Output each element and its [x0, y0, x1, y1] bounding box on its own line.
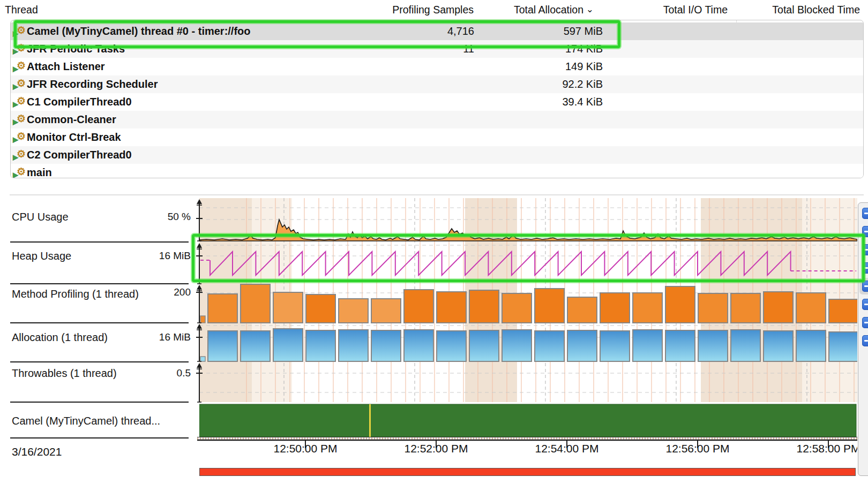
- method-profiling-bar[interactable]: [437, 292, 466, 323]
- axis-max-allocation: 16 MiB: [159, 331, 191, 343]
- method-profiling-bar[interactable]: [764, 292, 793, 323]
- method-profiling-bar[interactable]: [273, 292, 303, 323]
- method-profiling-bar[interactable]: [404, 290, 433, 323]
- axis-max-cpu: 50 %: [168, 211, 191, 223]
- time-axis-label: 12:58:00 PM: [783, 442, 857, 455]
- method-profiling-bar[interactable]: [698, 293, 728, 323]
- allocation-bar[interactable]: [437, 331, 466, 361]
- timeline-chart[interactable]: [0, 0, 868, 484]
- plot-area[interactable]: [199, 198, 858, 437]
- allocation-bar[interactable]: [633, 330, 662, 361]
- chart-toolbar-button[interactable]: [862, 226, 868, 237]
- allocation-bar[interactable]: [764, 331, 793, 361]
- thread-event-marker: [369, 404, 371, 437]
- method-profiling-bar[interactable]: [567, 297, 597, 323]
- time-axis-label: 12:54:00 PM: [521, 442, 612, 455]
- chart-toolbar-button[interactable]: [862, 244, 868, 255]
- lane-label-camel-thread: Camel (MyTinyCamel) thread...: [12, 415, 160, 427]
- axis-max-throwables: 0.5: [177, 367, 191, 379]
- method-profiling-bar[interactable]: [371, 299, 401, 323]
- allocation-bar[interactable]: [208, 331, 237, 361]
- method-profiling-bar[interactable]: [665, 286, 695, 323]
- axis-max-method: 200: [174, 286, 191, 298]
- method-profiling-bar[interactable]: [633, 293, 662, 323]
- lane-label-method-profiling: Method Profiling (1 thread): [12, 288, 139, 300]
- method-profiling-bar[interactable]: [208, 294, 237, 323]
- allocation-bar[interactable]: [371, 330, 401, 361]
- time-axis-label: 12:56:00 PM: [652, 442, 743, 455]
- allocation-bar[interactable]: [469, 330, 499, 361]
- method-profiling-bar[interactable]: [339, 299, 368, 323]
- axis-max-heap: 16 MiB: [159, 250, 191, 262]
- allocation-bar[interactable]: [829, 332, 858, 361]
- chart-toolbar-button[interactable]: [862, 208, 868, 219]
- method-profiling-bar[interactable]: [306, 294, 335, 323]
- allocation-bar[interactable]: [339, 330, 368, 361]
- chart-toolbar-button[interactable]: [862, 335, 868, 346]
- time-axis-labels[interactable]: 12:50:00 PM12:52:00 PM12:54:00 PM12:56:0…: [0, 442, 857, 460]
- method-profiling-bar[interactable]: [796, 293, 826, 323]
- allocation-bar[interactable]: [200, 357, 205, 361]
- allocation-bar[interactable]: [665, 330, 695, 361]
- allocation-bar[interactable]: [535, 331, 564, 361]
- allocation-bar[interactable]: [731, 330, 760, 361]
- method-profiling-bar[interactable]: [600, 293, 630, 323]
- method-profiling-bar[interactable]: [502, 293, 532, 323]
- allocation-bar[interactable]: [273, 329, 303, 361]
- chart-toolbar-button[interactable]: [862, 317, 868, 328]
- lane-label-throwables: Throwables (1 thread): [12, 367, 117, 380]
- method-profiling-bar[interactable]: [535, 289, 564, 323]
- method-profiling-bar[interactable]: [469, 290, 499, 323]
- chart-toolbar-button[interactable]: [862, 299, 868, 310]
- method-profiling-bar[interactable]: [200, 316, 205, 323]
- chart-toolbar-button[interactable]: [862, 281, 868, 292]
- time-axis-label: 12:50:00 PM: [260, 442, 351, 455]
- lane-label-allocation: Allocation (1 thread): [12, 331, 108, 344]
- allocation-bar[interactable]: [600, 331, 630, 361]
- thread-lifespan-bar[interactable]: [199, 404, 856, 437]
- lane-label-cpu-usage: CPU Usage: [12, 211, 69, 223]
- allocation-bar[interactable]: [306, 330, 335, 361]
- method-profiling-bar[interactable]: [829, 299, 858, 323]
- jmc-threads-view: Thread Profiling Samples Total Allocatio…: [0, 0, 868, 484]
- chart-toolbar: [858, 202, 868, 476]
- allocation-bar[interactable]: [796, 330, 826, 361]
- allocation-bar[interactable]: [241, 331, 270, 361]
- allocation-bar[interactable]: [404, 330, 433, 361]
- method-profiling-bar[interactable]: [241, 284, 270, 323]
- range-selector-bar[interactable]: [199, 468, 856, 476]
- allocation-bar[interactable]: [698, 330, 728, 361]
- method-profiling-bar[interactable]: [731, 293, 760, 323]
- time-axis-label: 12:52:00 PM: [391, 442, 482, 455]
- chart-toolbar-button[interactable]: [862, 262, 868, 274]
- lane-label-heap-usage: Heap Usage: [12, 250, 71, 262]
- allocation-bar[interactable]: [567, 330, 597, 361]
- allocation-bar[interactable]: [502, 330, 532, 361]
